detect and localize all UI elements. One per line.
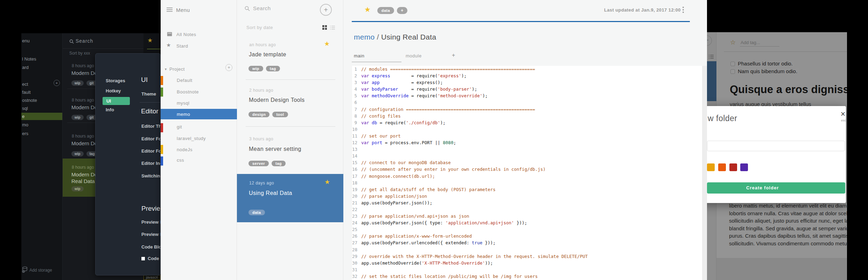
dark-folder-item[interactable]: fault	[22, 90, 31, 95]
settings-checkbox[interactable]	[141, 257, 145, 260]
folder-color-swatch[interactable]	[740, 163, 748, 171]
create-folder-button[interactable]: Create folder	[707, 182, 845, 194]
sidebar-item-all-notes[interactable]: All Notes	[176, 32, 196, 37]
settings-row: Editor Ind	[141, 161, 161, 166]
settings-section-title: UI	[141, 76, 148, 84]
settings-row: Editor Fo	[141, 148, 161, 154]
note-star-icon[interactable]: ★	[147, 37, 153, 44]
settings-row: Switching	[141, 173, 161, 178]
tag-pill: data	[248, 210, 265, 215]
starred-icon: ★	[166, 42, 171, 48]
folder-item-git[interactable]: git	[177, 124, 182, 130]
folder-item-nodejs[interactable]: nodeJs	[177, 147, 192, 152]
grid-view-icon[interactable]	[322, 25, 327, 30]
folder-name-input[interactable]	[707, 141, 845, 151]
dark-folder-item-selected[interactable]: e	[21, 113, 62, 120]
code-editor[interactable]: 1// modules ============================…	[352, 66, 702, 280]
settings-editor-title: Editor	[141, 107, 159, 115]
chevron-down-icon[interactable]: ▼	[164, 68, 167, 71]
note-star-icon[interactable]: ★	[324, 178, 330, 186]
folder-color-bar	[161, 156, 163, 166]
note-title[interactable]: Using Real Data	[381, 33, 436, 41]
dark-folder-item[interactable]: ers	[22, 131, 28, 136]
tag-pill: tag	[272, 161, 286, 166]
note-list-item-selected[interactable]: 12 days ago ★ Using Real Data data	[237, 174, 343, 222]
settings-row: Editor Th	[141, 124, 161, 129]
folder-color-swatch[interactable]	[729, 163, 737, 171]
folder-item-mysql[interactable]: mysql	[177, 100, 189, 106]
storage-icon	[22, 266, 28, 273]
dark-sidebar-item-all-notes[interactable]: l Notes	[22, 56, 36, 62]
settings-row: Editor Fo	[141, 136, 161, 141]
modal-title: w folder	[708, 114, 737, 123]
dark-folder-item[interactable]: ostnote	[22, 98, 37, 103]
tab-module[interactable]: module	[406, 53, 422, 58]
active-tab-underline	[352, 62, 401, 62]
search-icon	[245, 6, 250, 11]
code-language-badge: javascri	[144, 275, 160, 280]
sort-by-dropdown[interactable]: Sort by date	[246, 25, 273, 30]
all-notes-icon	[167, 32, 172, 36]
tag-pill: server	[248, 161, 269, 166]
kebab-menu-icon[interactable]	[682, 6, 684, 14]
folder-color-swatch[interactable]	[707, 163, 715, 171]
note-detail: ★ data + Last updated at Jan.9, 2017 12:…	[343, 0, 707, 280]
dark-sidebar: enu l Notes ard ect + fault ostnote sql …	[21, 33, 62, 280]
new-note-button[interactable]: +	[320, 4, 332, 16]
dark-menu-label[interactable]: enu	[22, 38, 30, 43]
breadcrumb-folder[interactable]: memo	[354, 33, 375, 41]
folder-item-css[interactable]: css	[177, 158, 184, 163]
detail-tag-pill[interactable]: data	[377, 7, 394, 14]
folder-color-bar	[161, 145, 163, 154]
dark-sidebar-item-starred[interactable]: ard	[22, 65, 29, 70]
note-title-row: memo / Using Real Data	[354, 33, 436, 41]
dark-add-folder-icon[interactable]: +	[54, 80, 60, 86]
hamburger-icon[interactable]	[167, 7, 173, 12]
tag-pill: tool	[272, 112, 288, 117]
tag-pill: wip	[248, 66, 263, 71]
note-star-icon[interactable]: ★	[324, 40, 330, 48]
project-section-label[interactable]: Project	[169, 66, 185, 72]
folder-item-laravel-study[interactable]: laravel_study	[177, 136, 206, 141]
accent-line	[352, 21, 690, 22]
tab-main-active[interactable]: main	[354, 53, 364, 58]
search-input[interactable]: Search	[253, 5, 271, 11]
menu-sidebar: Menu All Notes ★ Stard ▼ Project + Defau…	[161, 0, 237, 280]
settings-tab-storages[interactable]: Storages	[106, 78, 125, 83]
dark-folder-item[interactable]: sql	[22, 106, 28, 111]
add-folder-button[interactable]: +	[225, 64, 232, 71]
add-tab-button[interactable]: +	[452, 52, 455, 58]
settings-row: Preview F	[141, 219, 161, 225]
list-view-icon[interactable]	[330, 26, 335, 30]
editor-scrollbar[interactable]	[702, 66, 707, 280]
folder-color-bar	[161, 88, 163, 97]
settings-tab-ui-active[interactable]: UI	[103, 97, 130, 105]
esc-hint: esc	[841, 119, 846, 122]
dark-search-icon	[69, 39, 74, 44]
tag-pill: design	[248, 112, 270, 117]
note-list-item[interactable]: 3 hours ago Mean server setting serverta…	[237, 127, 343, 174]
folder-item-boostnote[interactable]: Boostnote	[177, 89, 199, 94]
dark-sort-label[interactable]: Sort by xxx	[69, 51, 90, 56]
dark-search-input[interactable]: Search	[76, 38, 93, 44]
dark-accent-line	[147, 49, 161, 49]
menu-title[interactable]: Menu	[176, 7, 190, 13]
settings-checkbox-label: Code b	[148, 256, 161, 261]
settings-tab-hotkey[interactable]: Hotkey	[106, 88, 121, 93]
folder-item-memo-selected[interactable]: memo	[161, 109, 237, 119]
code-lines: 1// modules ============================…	[352, 66, 702, 280]
note-list-item[interactable]: 2 hours ago Modern Design Tools designto…	[237, 80, 343, 127]
settings-preview-title: Previe	[141, 205, 160, 212]
detail-star-icon[interactable]: ★	[364, 5, 371, 14]
folder-color-swatch[interactable]	[718, 163, 726, 171]
close-icon[interactable]: ✕	[840, 110, 846, 118]
sidebar-item-starred[interactable]: Stard	[176, 43, 188, 49]
dark-folder-item[interactable]: mo	[22, 122, 28, 127]
add-tag-button[interactable]: +	[397, 7, 407, 14]
add-storage-button[interactable]: Add storage	[29, 268, 52, 273]
settings-tab-info[interactable]: Info	[106, 107, 114, 112]
dark-sidebar-project-label[interactable]: ect	[22, 82, 28, 87]
note-list: Search + Sort by date an hours ago ★ Jad…	[237, 0, 343, 280]
folder-item-default[interactable]: Default	[177, 78, 192, 83]
note-list-item[interactable]: an hours ago ★ Jade template wiptag	[237, 35, 343, 80]
